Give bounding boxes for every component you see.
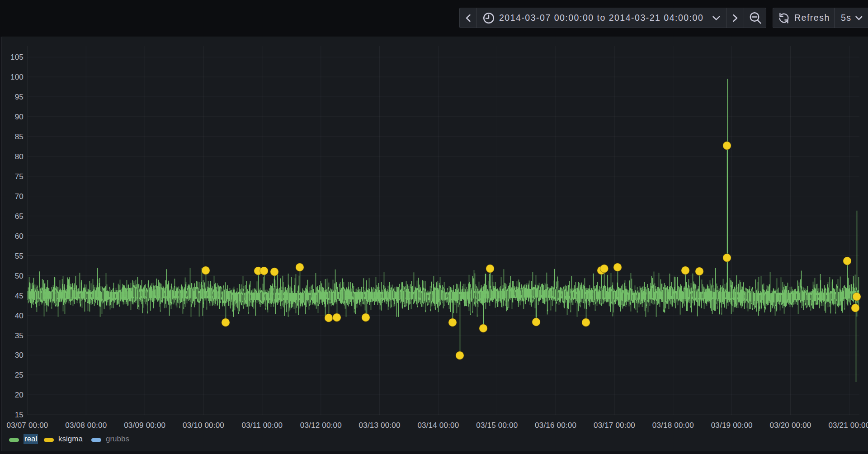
- svg-text:100: 100: [10, 73, 24, 81]
- svg-text:60: 60: [15, 232, 24, 241]
- svg-text:90: 90: [15, 113, 24, 121]
- svg-text:30: 30: [15, 351, 24, 359]
- svg-text:35: 35: [15, 331, 24, 340]
- svg-text:03/20 00:00: 03/20 00:00: [769, 421, 811, 430]
- svg-text:03/17 00:00: 03/17 00:00: [594, 421, 635, 430]
- svg-text:15: 15: [15, 411, 24, 419]
- svg-text:25: 25: [15, 371, 24, 379]
- svg-text:55: 55: [15, 252, 24, 260]
- svg-text:75: 75: [15, 172, 24, 181]
- svg-text:03/19 00:00: 03/19 00:00: [711, 421, 753, 430]
- svg-text:03/09 00:00: 03/09 00:00: [124, 421, 165, 430]
- svg-text:03/15 00:00: 03/15 00:00: [476, 421, 518, 430]
- svg-text:70: 70: [15, 192, 24, 201]
- svg-text:95: 95: [15, 93, 24, 101]
- svg-text:85: 85: [15, 132, 24, 141]
- svg-text:03/10 00:00: 03/10 00:00: [183, 421, 224, 430]
- svg-text:40: 40: [15, 312, 24, 320]
- svg-text:50: 50: [15, 272, 24, 280]
- svg-text:03/11 00:00: 03/11 00:00: [242, 421, 283, 430]
- svg-text:03/18 00:00: 03/18 00:00: [652, 421, 694, 430]
- svg-text:03/12 00:00: 03/12 00:00: [300, 421, 342, 430]
- svg-text:03/13 00:00: 03/13 00:00: [359, 421, 401, 430]
- svg-text:03/21 00:00: 03/21 00:00: [828, 421, 868, 430]
- svg-text:03/14 00:00: 03/14 00:00: [417, 421, 459, 430]
- svg-text:03/16 00:00: 03/16 00:00: [535, 421, 576, 430]
- svg-text:105: 105: [10, 53, 24, 61]
- svg-text:03/08 00:00: 03/08 00:00: [65, 421, 107, 430]
- svg-text:45: 45: [15, 292, 24, 300]
- svg-text:20: 20: [15, 391, 24, 399]
- svg-text:03/07 00:00: 03/07 00:00: [6, 421, 48, 430]
- svg-text:80: 80: [15, 152, 24, 161]
- svg-text:65: 65: [15, 212, 24, 221]
